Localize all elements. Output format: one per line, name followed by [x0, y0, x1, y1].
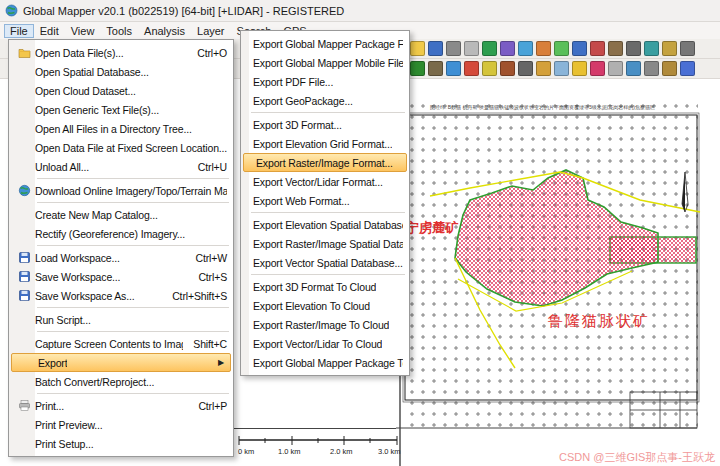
export-menu-item-export-global-mapper-package-to-cloud[interactable]: Export Global Mapper Package To Cloud — [241, 353, 409, 372]
map-label-left: 宁虏麓矿 — [405, 220, 459, 235]
open-icon[interactable] — [410, 41, 425, 56]
watermark: CSDN @三维GIS那点事-王跃龙 — [559, 450, 715, 465]
export-menu-item-export-raster-image-spatial-database[interactable]: Export Raster/Image Spatial Database... — [241, 234, 409, 253]
menu-item-shortcut: Shift+C — [183, 338, 227, 350]
menu-item-label: Export Elevation Spatial Database... — [253, 219, 403, 231]
path-icon[interactable] — [608, 41, 623, 56]
grid-icon[interactable] — [626, 41, 641, 56]
window-title: Global Mapper v20.1 (b022519) [64-bit] [… — [23, 5, 344, 17]
menu-icon-slot — [13, 313, 35, 326]
file-menu-item-open-cloud-dataset[interactable]: Open Cloud Dataset... — [9, 81, 233, 100]
water-icon[interactable] — [446, 61, 461, 76]
zoom-icon[interactable] — [518, 41, 533, 56]
note-icon[interactable] — [608, 61, 623, 76]
menu-item-shortcut: Ctrl+O — [187, 47, 227, 59]
export-menu-item-export-elevation-grid-format[interactable]: Export Elevation Grid Format... — [241, 134, 409, 153]
menu-item-label: Print Preview... — [35, 419, 103, 431]
globe-icon[interactable] — [482, 41, 497, 56]
file-menu-item-load-workspace[interactable]: Load Workspace...Ctrl+W — [9, 248, 233, 267]
file-menu-item-batch-convert-reproject[interactable]: Batch Convert/Reproject... — [9, 372, 233, 391]
export-menu-item-export-pdf-file[interactable]: Export PDF File... — [241, 72, 409, 91]
export-menu-item-export-geopackage[interactable]: Export GeoPackage... — [241, 91, 409, 110]
export-menu-item-export-raster-image-format[interactable]: Export Raster/Image Format... — [243, 153, 407, 172]
file-menu-item-capture-screen-contents-to-image[interactable]: Capture Screen Contents to Image...Shift… — [9, 334, 233, 353]
file-menu-item-unload-all[interactable]: Unload All...Ctrl+U — [9, 157, 233, 176]
export-menu-item-export-global-mapper-package-file[interactable]: Export Global Mapper Package File... — [241, 34, 409, 53]
scale-label-3: 3.0 km — [378, 447, 401, 456]
file-menu-item-print-preview[interactable]: Print Preview... — [9, 415, 233, 434]
file-menu-item-create-new-map-catalog[interactable]: Create New Map Catalog... — [9, 205, 233, 224]
export-menu-item-export-3d-format-to-cloud[interactable]: Export 3D Format To Cloud — [241, 277, 409, 296]
titlebar: Global Mapper v20.1 (b022519) [64-bit] [… — [0, 0, 720, 22]
file-menu-item-open-spatial-database[interactable]: Open Spatial Database... — [9, 62, 233, 81]
menu-icon-slot — [13, 208, 35, 221]
settings-icon[interactable] — [680, 41, 695, 56]
flag-icon[interactable] — [482, 61, 497, 76]
3d-view-icon[interactable] — [644, 41, 659, 56]
file-menu-item-export[interactable]: Export▶ — [11, 353, 231, 372]
export-menu-item-export-raster-image-to-cloud[interactable]: Export Raster/Image To Cloud — [241, 315, 409, 334]
export-menu-item-export-vector-spatial-database[interactable]: Export Vector Spatial Database... — [241, 253, 409, 272]
save-icon[interactable] — [428, 41, 443, 56]
layers-icon[interactable] — [500, 41, 515, 56]
table-icon[interactable] — [644, 61, 659, 76]
gps-icon[interactable] — [662, 41, 677, 56]
file-menu-item-run-script[interactable]: Run Script... — [9, 310, 233, 329]
fire-icon[interactable] — [464, 61, 479, 76]
menu-separator — [251, 112, 405, 113]
info-icon[interactable] — [572, 41, 587, 56]
house-icon[interactable] — [500, 61, 515, 76]
menu-item-label: Open Spatial Database... — [35, 66, 149, 78]
help-icon[interactable] — [680, 61, 695, 76]
menubar-item-layer[interactable]: Layer — [191, 24, 231, 38]
menu-item-label: Export 3D Format To Cloud — [253, 281, 376, 293]
export-menu-item-export-web-format[interactable]: Export Web Format... — [241, 191, 409, 210]
export-menu-item-export-elevation-spatial-database[interactable]: Export Elevation Spatial Database... — [241, 215, 409, 234]
cloud-icon[interactable] — [554, 61, 569, 76]
file-menu-item-download-online-imagery-topo-terrain-maps[interactable]: Download Online Imagery/Topo/Terrain Map… — [9, 181, 233, 200]
menu-item-label: Open Data File(s)... — [35, 47, 124, 59]
lock-icon[interactable] — [662, 61, 677, 76]
star-icon[interactable] — [536, 61, 551, 76]
menu-item-label: Rectify (Georeference) Imagery... — [35, 228, 185, 240]
menu-separator — [37, 393, 229, 394]
menubar-item-view[interactable]: View — [65, 24, 101, 38]
export-menu-item-export-3d-format[interactable]: Export 3D Format... — [241, 115, 409, 134]
menubar-item-file[interactable]: File — [4, 24, 34, 38]
file-menu-item-print-setup[interactable]: Print Setup... — [9, 434, 233, 453]
measure-icon[interactable] — [590, 41, 605, 56]
pan-icon[interactable] — [536, 41, 551, 56]
file-menu-item-open-all-files-in-a-directory-tree[interactable]: Open All Files in a Directory Tree... — [9, 119, 233, 138]
menu-item-label: Print... — [35, 400, 64, 412]
printer-icon — [13, 399, 35, 412]
export-menu-item-export-elevation-to-cloud[interactable]: Export Elevation To Cloud — [241, 296, 409, 315]
menubar-item-edit[interactable]: Edit — [34, 24, 65, 38]
file-menu-item-open-generic-text-file-s[interactable]: Open Generic Text File(s)... — [9, 100, 233, 119]
tree-icon[interactable] — [410, 61, 425, 76]
file-menu-item-open-data-file-at-fixed-screen-location[interactable]: Open Data File at Fixed Screen Location.… — [9, 138, 233, 157]
menubar-item-analysis[interactable]: Analysis — [138, 24, 191, 38]
menu-item-label: Export Vector Spatial Database... — [253, 257, 403, 269]
print-icon[interactable] — [446, 41, 461, 56]
road-icon[interactable] — [518, 61, 533, 76]
file-menu-item-open-data-file-s[interactable]: Open Data File(s)...Ctrl+O — [9, 43, 233, 62]
sun-icon[interactable] — [572, 61, 587, 76]
pin-icon[interactable] — [590, 61, 605, 76]
menu-item-label: Save Workspace As... — [35, 290, 135, 302]
file-menu-item-rectify-georeference-imagery[interactable]: Rectify (Georeference) Imagery... — [9, 224, 233, 243]
export-menu-item-export-vector-lidar-to-cloud[interactable]: Export Vector/Lidar To Cloud — [241, 334, 409, 353]
file-menu-item-save-workspace[interactable]: Save Workspace...Ctrl+S — [9, 267, 233, 286]
menu-icon-slot — [13, 437, 35, 450]
chart-icon[interactable] — [626, 61, 641, 76]
full-view-icon[interactable] — [554, 41, 569, 56]
file-menu-item-print[interactable]: Print...Ctrl+P — [9, 396, 233, 415]
disk-icon — [13, 289, 35, 302]
mountain-icon[interactable] — [428, 61, 443, 76]
copy-icon[interactable] — [464, 41, 479, 56]
menubar-item-tools[interactable]: Tools — [100, 24, 138, 38]
export-menu-item-export-global-mapper-mobile-file[interactable]: Export Global Mapper Mobile File... — [241, 53, 409, 72]
file-menu-item-save-workspace-as[interactable]: Save Workspace As...Ctrl+Shift+S — [9, 286, 233, 305]
menu-icon-slot — [13, 160, 35, 173]
menu-item-label: Export GeoPackage... — [253, 95, 353, 107]
export-menu-item-export-vector-lidar-format[interactable]: Export Vector/Lidar Format... — [241, 172, 409, 191]
